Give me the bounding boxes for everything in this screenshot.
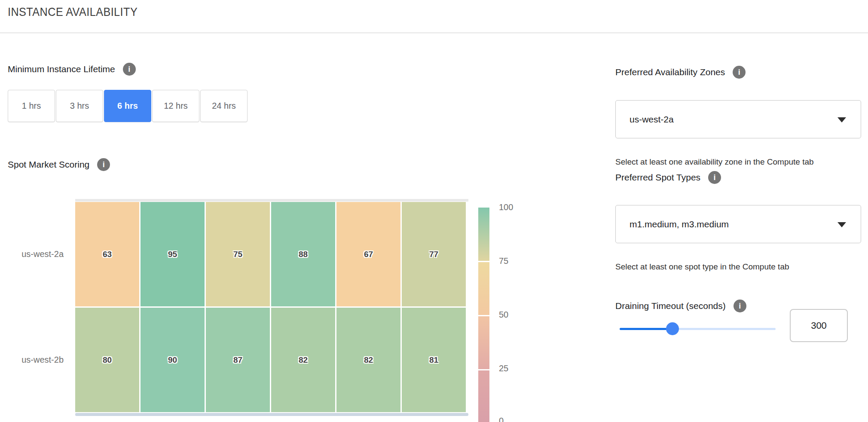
draining-timeout-info-icon[interactable]: i <box>734 300 746 312</box>
heatmap-cell: 87 <box>206 308 270 412</box>
heatmap-cell-value: 87 <box>233 355 242 365</box>
spot-market-scoring-info-icon[interactable]: i <box>97 158 110 171</box>
heatmap-cell: 77 <box>402 202 466 306</box>
heatmap-cell-value: 88 <box>299 250 308 259</box>
spot-market-scoring-row: Spot Market Scoring i <box>8 158 110 171</box>
draining-timeout-slider[interactable] <box>620 322 776 335</box>
spot-market-heatmap: 639575886777809087828281 <box>75 202 466 412</box>
availability-zones-helper-text: Select at least one availability zone in… <box>615 157 814 167</box>
heatmap-row-us-west-2b: 809087828281 <box>75 308 466 412</box>
page-title: INSTANCE AVAILABILITY <box>8 5 138 19</box>
heatmap-cell-value: 82 <box>364 355 373 365</box>
heatmap-cell-value: 67 <box>364 250 373 259</box>
spot-types-dropdown[interactable]: m1.medium, m3.medium <box>615 205 861 243</box>
heatmap-cell: 90 <box>141 308 205 412</box>
heatmap-cell: 95 <box>141 202 205 306</box>
heatmap-cell-value: 95 <box>168 250 177 259</box>
colorbar-tick: 75 <box>499 256 529 266</box>
slider-fill <box>620 328 672 330</box>
minimum-instance-lifetime-row: Minimum Instance Lifetime i <box>8 63 136 76</box>
preferred-availability-zones-row: Preferred Availability Zones i <box>615 66 746 79</box>
heatmap-row-label: us-west-2a <box>8 249 64 259</box>
header-divider <box>0 33 868 33</box>
heatmap-cell: 82 <box>271 308 335 412</box>
colorbar-tick: 0 <box>499 416 529 422</box>
heatmap-cell-value: 80 <box>103 355 112 365</box>
chevron-down-icon <box>837 117 846 122</box>
lifetime-button-group: 1 hrs3 hrs6 hrs12 hrs24 hrs <box>8 90 248 122</box>
preferred-spot-types-label: Preferred Spot Types <box>615 172 700 183</box>
instance-availability-page: INSTANCE AVAILABILITY Minimum Instance L… <box>0 0 868 422</box>
heatmap-cell: 88 <box>271 202 335 306</box>
slider-thumb[interactable] <box>666 322 679 335</box>
heatmap-bottom-strip <box>75 413 468 416</box>
lifetime-option-1-hrs[interactable]: 1 hrs <box>8 90 55 122</box>
heatmap-cell: 81 <box>402 308 466 412</box>
availability-zones-dropdown[interactable]: us-west-2a <box>615 100 861 138</box>
heatmap-cell-value: 77 <box>429 250 438 259</box>
heatmap-top-strip <box>75 199 468 202</box>
colorbar-segment <box>478 370 489 422</box>
heatmap-row-us-west-2a: 639575886777 <box>75 202 466 306</box>
lifetime-option-6-hrs[interactable]: 6 hrs <box>104 90 151 122</box>
heatmap-cell: 80 <box>75 308 139 412</box>
colorbar-segment <box>478 316 489 369</box>
spot-market-scoring-label: Spot Market Scoring <box>8 159 89 170</box>
preferred-availability-zones-info-icon[interactable]: i <box>733 66 746 79</box>
spot-types-dropdown-value: m1.medium, m3.medium <box>630 219 729 229</box>
heatmap-cell-value: 81 <box>429 355 438 365</box>
chevron-down-icon <box>837 222 846 227</box>
spot-types-helper-text: Select at least one spot type in the Com… <box>615 262 789 272</box>
draining-timeout-row: Draining Timeout (seconds) i <box>615 300 746 312</box>
availability-zones-dropdown-value: us-west-2a <box>630 114 674 125</box>
heatmap-cell: 67 <box>336 202 400 306</box>
heatmap-cell-value: 75 <box>233 250 242 259</box>
preferred-spot-types-info-icon[interactable]: i <box>708 171 721 184</box>
heatmap-cell-value: 90 <box>168 355 177 365</box>
heatmap-cell: 63 <box>75 202 139 306</box>
colorbar-tick: 50 <box>499 310 529 320</box>
colorbar-tick: 25 <box>499 364 529 373</box>
lifetime-option-3-hrs[interactable]: 3 hrs <box>56 90 103 122</box>
colorbar-segment <box>478 262 489 315</box>
heatmap-cell: 82 <box>336 308 400 412</box>
heatmap-cell: 75 <box>206 202 270 306</box>
preferred-spot-types-row: Preferred Spot Types i <box>615 171 721 184</box>
heatmap-cell-value: 63 <box>103 250 112 259</box>
draining-timeout-label: Draining Timeout (seconds) <box>615 301 726 311</box>
heatmap-cell-value: 82 <box>299 355 308 365</box>
lifetime-option-24-hrs[interactable]: 24 hrs <box>200 90 248 122</box>
colorbar-tick: 100 <box>499 202 529 212</box>
lifetime-option-12-hrs[interactable]: 12 hrs <box>152 90 199 122</box>
minimum-instance-lifetime-info-icon[interactable]: i <box>123 63 136 76</box>
draining-timeout-input[interactable] <box>790 309 848 342</box>
minimum-instance-lifetime-label: Minimum Instance Lifetime <box>8 64 115 74</box>
heatmap-row-label: us-west-2b <box>8 355 64 365</box>
colorbar-segment <box>478 208 489 261</box>
preferred-availability-zones-label: Preferred Availability Zones <box>615 67 725 77</box>
